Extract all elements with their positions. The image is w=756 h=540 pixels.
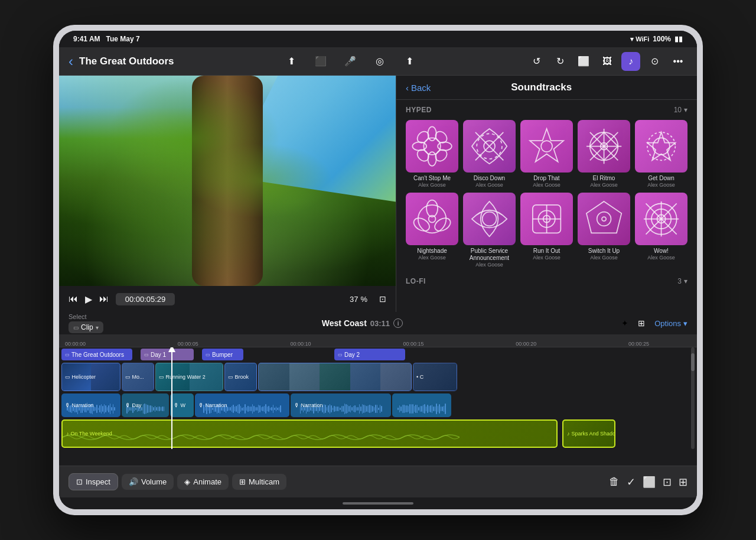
zoom-display: 37 %: [350, 295, 367, 304]
home-bar: [343, 502, 413, 505]
music-waveform-svg: [63, 430, 460, 444]
timeline-wrapper: 00:00:00 00:00:05 00:00:10 00:00:15 00:0…: [59, 334, 697, 466]
audio-day[interactable]: 🎙 Day: [122, 393, 169, 417]
chapter-day2[interactable]: ▭ Day 2: [334, 349, 405, 360]
panel-back-button[interactable]: ‹ Back: [406, 83, 431, 93]
clip-brook[interactable]: ▭ Brook: [224, 363, 257, 391]
back-button[interactable]: ‹: [69, 53, 73, 70]
display-icon[interactable]: ⬜: [574, 52, 593, 71]
chapter-great-outdoors[interactable]: ▭ The Great Outdoors: [61, 349, 132, 360]
track-item-cant-stop-me[interactable]: Can't Stop Me Alex Goose: [406, 120, 458, 188]
fullscreen-button[interactable]: ⊡: [379, 294, 386, 304]
track-artist-4: Alex Goose: [578, 182, 630, 188]
clip-multi[interactable]: [258, 363, 412, 391]
clip-selector[interactable]: ▭ Clip ▾: [69, 321, 103, 333]
svg-marker-11: [530, 129, 563, 162]
info-icon[interactable]: i: [393, 318, 403, 328]
animate-icon: ◈: [184, 477, 190, 486]
clip-icon: ▭: [73, 324, 79, 331]
more-icon[interactable]: •••: [669, 52, 687, 71]
shield-icon[interactable]: ⊙: [645, 52, 664, 71]
music-icon[interactable]: ♪: [621, 52, 640, 71]
chapter-bumper[interactable]: ▭ Bumper: [202, 349, 243, 360]
checkmark-icon[interactable]: ✓: [627, 476, 636, 489]
back-label[interactable]: Back: [411, 83, 431, 93]
photo-icon[interactable]: 🖼: [598, 52, 617, 71]
audio-clip-small[interactable]: [392, 393, 451, 417]
music-clip-weekend[interactable]: ♪ On The Weekend: [61, 419, 558, 448]
chevron-left-icon: ‹: [406, 83, 409, 93]
track-item-get-down[interactable]: Get Down Alex Goose: [635, 120, 687, 188]
svg-point-25: [483, 212, 497, 226]
moss-overlay: [59, 76, 396, 286]
track-name-9: Switch It Up: [578, 248, 630, 255]
clip-label-mo: ▭ Mo...: [125, 374, 144, 380]
video-preview[interactable]: [59, 76, 396, 286]
playhead[interactable]: [171, 347, 172, 449]
audio-label-w: 🎙 W: [174, 402, 185, 408]
svg-point-12: [541, 141, 552, 152]
microphone-icon[interactable]: 🎤: [341, 52, 360, 71]
project-duration: 03:11: [370, 319, 390, 328]
audio-narration-1[interactable]: 🎙 Narration: [61, 393, 120, 417]
audio-narration-3[interactable]: 🎙 Narration: [291, 393, 391, 417]
audio-narration-2[interactable]: 🎙 Narration: [195, 393, 289, 417]
track-item-drop-that[interactable]: Drop That Alex Goose: [520, 120, 573, 188]
clip-mo[interactable]: ▭ Mo...: [122, 363, 154, 391]
redo-icon[interactable]: ↻: [550, 52, 569, 71]
track-item-disco-down[interactable]: Disco Down Alex Goose: [463, 120, 516, 188]
export-icon[interactable]: ⬆: [400, 52, 419, 71]
clip-helicopter[interactable]: ▭ Helicopter: [61, 363, 120, 391]
clip-c[interactable]: • C: [413, 363, 457, 391]
track-name-5: Get Down: [635, 175, 687, 182]
voiceover-icon[interactable]: ◎: [370, 52, 389, 71]
track-artist-8: Alex Goose: [520, 255, 573, 261]
track-artist-1: Alex Goose: [406, 182, 458, 188]
rewind-icon[interactable]: ↺: [527, 52, 546, 71]
brightness-icon[interactable]: ✦: [621, 318, 628, 328]
track-thumb-2: [463, 120, 516, 173]
lofi-expand-icon[interactable]: ▾: [684, 277, 687, 285]
track-item-switch-it-up[interactable]: Switch It Up Alex Goose: [578, 193, 630, 268]
chapter-name-3: Bumper: [212, 352, 233, 358]
delete-icon[interactable]: 🗑: [609, 476, 620, 488]
track-item-wow[interactable]: Wow! Alex Goose: [635, 193, 687, 268]
clip-running-water[interactable]: ▭ Running Water 2: [155, 363, 223, 391]
audio-w[interactable]: 🎙 W: [170, 393, 194, 417]
soundtrack-panel: ‹ Back Soundtracks HYPED 10 ▾: [396, 76, 697, 312]
expand-icon[interactable]: ⊞: [679, 476, 687, 489]
play-button[interactable]: ▶: [85, 294, 92, 305]
screen-record-icon[interactable]: ⬛: [311, 52, 330, 71]
share-icon[interactable]: ⬆: [282, 52, 301, 71]
animate-button[interactable]: ◈ Animate: [177, 474, 229, 490]
track-name-6: Nightshade: [406, 248, 458, 255]
track-item-nightshade[interactable]: Nightshade Alex Goose: [406, 193, 458, 268]
multicam-button[interactable]: ⊞ Multicam: [232, 474, 286, 490]
split-icon[interactable]: ⊡: [663, 476, 672, 489]
skip-back-button[interactable]: ⏮: [69, 294, 78, 304]
music-clip-sparks[interactable]: ♪ Sparks And Shadows: [562, 419, 615, 448]
track-item-public-service[interactable]: Public Service Announcement Alex Goose: [463, 193, 516, 268]
options-button[interactable]: Options ▾: [654, 319, 687, 328]
home-indicator: [59, 497, 697, 509]
track-item-run-it-out[interactable]: Run It Out Alex Goose: [520, 193, 573, 268]
track-artist-7: Alex Goose: [463, 262, 516, 268]
skip-forward-button[interactable]: ⏭: [99, 294, 109, 304]
hyped-label: HYPED: [406, 106, 432, 114]
scroll-thumb: [691, 353, 695, 371]
track-name-7: Public Service Announcement: [463, 248, 516, 262]
lofi-label: LO-FI: [406, 277, 426, 285]
chapter-day1[interactable]: ▭ Day 1: [141, 349, 194, 360]
clip-arrange-icon[interactable]: ⬜: [643, 476, 656, 489]
volume-button[interactable]: 🔊 Volume: [122, 474, 174, 490]
track-item-el-ritmo[interactable]: El Ritmo Alex Goose: [578, 120, 630, 188]
track-name-1: Can't Stop Me: [406, 175, 458, 182]
timeline-tracks: ▭ The Great Outdoors ▭ Day 1 ▭: [59, 347, 697, 466]
audio-row: 🎙 Narration 🎙 Day 🎙 W 🎙: [59, 392, 697, 418]
inspect-button[interactable]: ⊡ Inspect: [69, 473, 118, 490]
track-thumb-9: [578, 193, 630, 245]
timeline-controls-right: ✦ ⊞ Options ▾: [621, 315, 687, 331]
hyped-expand-icon[interactable]: ▾: [684, 106, 687, 114]
status-bar: 9:41 AM Tue May 7 ▾ WiFi 100% ▮▮: [59, 31, 697, 47]
trim-icon[interactable]: ⊞: [633, 315, 650, 331]
